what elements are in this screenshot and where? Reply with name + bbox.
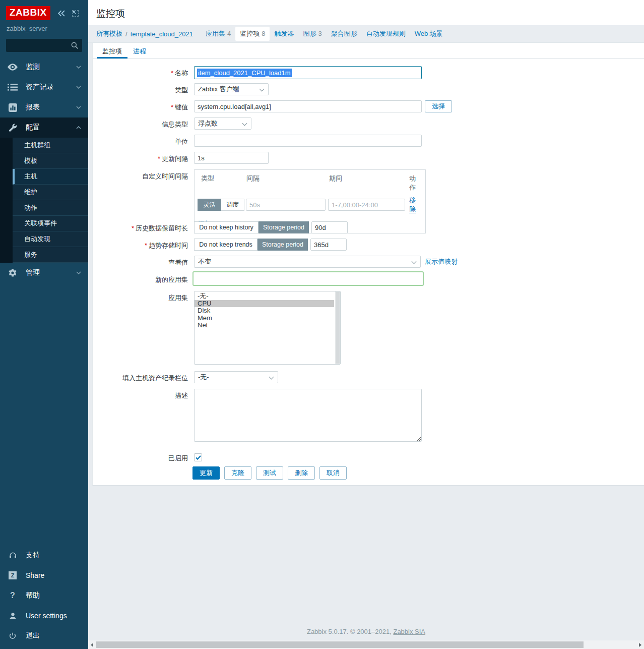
listbox-option[interactable]: -无-	[195, 292, 334, 300]
sidebar-item-logout[interactable]: 退出	[0, 626, 88, 646]
sidebar-subitem-event-correlation[interactable]: 关联项事件	[13, 216, 88, 231]
sidebar-item-support[interactable]: 支持	[0, 545, 88, 565]
field-label	[93, 466, 188, 469]
info-type-select[interactable]: 浮点数	[194, 117, 251, 130]
search-input[interactable]	[6, 42, 71, 49]
sidebar-item-label: 退出	[26, 631, 81, 640]
column-header: 类型	[198, 174, 246, 192]
horizontal-scrollbar[interactable]	[88, 640, 644, 649]
units-input[interactable]	[194, 135, 422, 147]
nav-items[interactable]: 监控项8	[235, 27, 270, 41]
history-storage-period-button[interactable]: Storage period	[259, 221, 309, 233]
form-row-units: 单位	[93, 135, 644, 147]
sidebar-header: ZABBIX	[0, 0, 88, 20]
enabled-checkbox[interactable]	[194, 453, 202, 461]
breadcrumb-template-link[interactable]: template_cloud_2021	[131, 30, 193, 38]
trends-off-button[interactable]: Do not keep trends	[194, 239, 257, 251]
show-value-select[interactable]: 不变	[194, 256, 421, 268]
scrollbar-thumb[interactable]	[96, 641, 584, 648]
sidebar-item-share[interactable]: Z Share	[0, 565, 88, 585]
sidebar-item-reports[interactable]: 报表	[0, 97, 88, 117]
scroll-left-arrow[interactable]	[91, 643, 93, 647]
field-label: 新的应用集	[93, 271, 188, 284]
trends-storage-period-button[interactable]: Storage period	[257, 239, 308, 251]
listbox-option[interactable]: Net	[195, 322, 334, 329]
scroll-right-arrow[interactable]	[639, 643, 641, 647]
column-header: 期间	[328, 174, 407, 192]
name-input[interactable]: item_cloud_2021_CPU_load1m	[194, 66, 422, 79]
update-button[interactable]: 更新	[192, 466, 220, 480]
nav-applications[interactable]: 应用集4	[201, 27, 235, 41]
breadcrumb-all-templates-link[interactable]: 所有模板	[96, 29, 122, 38]
listbox-scrollbar-thumb[interactable]	[336, 292, 340, 364]
sidebar-item-label: 配置	[26, 123, 76, 132]
cancel-button[interactable]: 取消	[319, 466, 347, 480]
show-value-mappings-link[interactable]: 展示值映射	[425, 257, 458, 266]
interval-remove-link[interactable]: 移除	[409, 196, 416, 213]
sidebar-subitem-maintenance[interactable]: 维护	[13, 185, 88, 200]
interval-period-input[interactable]	[328, 199, 405, 211]
update-interval-input[interactable]	[194, 152, 269, 164]
history-period-input[interactable]	[311, 221, 348, 233]
listbox-scrollbar[interactable]	[335, 291, 340, 364]
clone-button[interactable]: 克隆	[224, 466, 251, 480]
interval-type-scheduling-button[interactable]: 调度	[221, 199, 244, 211]
collapse-sidebar-icon[interactable]	[57, 10, 66, 17]
form-actions: 更新 克隆 测试 删除 取消	[93, 466, 644, 480]
type-select[interactable]: Zabbix 客户端	[194, 83, 269, 95]
sidebar-item-inventory[interactable]: 资产记录	[0, 77, 88, 97]
form-row-description: 描述	[93, 389, 644, 442]
nav-discovery-rules[interactable]: 自动发现规则	[362, 27, 410, 41]
footer-zabbix-sia-link[interactable]: Zabbix SIA	[393, 628, 425, 635]
sidebar-item-label: User settings	[26, 612, 81, 620]
field-label: 类型	[93, 83, 188, 95]
key-select-button[interactable]: 选择	[425, 100, 452, 112]
nav-graphs[interactable]: 图形3	[298, 27, 326, 41]
search-icon[interactable]	[71, 41, 82, 49]
new-application-input[interactable]	[195, 273, 421, 284]
listbox-option-selected[interactable]: CPU	[195, 300, 334, 308]
sidebar-subitem-discovery[interactable]: 自动发现	[13, 231, 88, 247]
tab-preprocessing[interactable]: 进程	[127, 43, 152, 58]
field-label: 信息类型	[93, 117, 188, 129]
sidebar-item-help[interactable]: ? 帮助	[0, 585, 88, 606]
sidebar-subitem-services[interactable]: 服务	[13, 247, 88, 263]
user-icon	[7, 612, 18, 620]
required-marker: *	[171, 69, 173, 77]
nav-triggers[interactable]: 触发器	[270, 27, 298, 41]
listbox-option[interactable]: Mem	[195, 315, 334, 322]
sidebar-subitem-hosts[interactable]: 主机	[13, 169, 88, 185]
field-label: *更新间隔	[93, 152, 188, 163]
inventory-link-select[interactable]: -无-	[194, 371, 278, 383]
nav-web-scenarios[interactable]: Web 场景	[410, 27, 447, 41]
key-input[interactable]	[194, 100, 422, 112]
history-off-button[interactable]: Do not keep history	[194, 221, 259, 233]
sidebar-subitem-actions[interactable]: 动作	[13, 200, 88, 216]
sidebar-item-label: 资产记录	[26, 83, 76, 92]
interval-type-flexible-button[interactable]: 灵活	[198, 199, 221, 211]
chevron-down-icon	[76, 106, 81, 109]
power-icon	[7, 632, 18, 640]
trends-period-input[interactable]	[310, 239, 347, 251]
interval-delay-input[interactable]	[246, 199, 326, 211]
expand-sidebar-icon[interactable]	[72, 10, 79, 17]
form-row-applications: 应用集 -无- CPU Disk Mem Net	[93, 291, 644, 365]
nav-screens[interactable]: 聚合图形	[327, 27, 362, 41]
description-textarea[interactable]	[194, 389, 422, 442]
sidebar-item-configuration[interactable]: 配置	[0, 117, 88, 138]
sidebar-subitem-templates[interactable]: 模板	[13, 153, 88, 169]
required-marker: *	[171, 103, 173, 111]
sidebar-item-administration[interactable]: 管理	[0, 263, 88, 283]
sidebar-item-monitoring[interactable]: 监测	[0, 57, 88, 77]
field-label: 自定义时间间隔	[93, 169, 188, 181]
tab-item[interactable]: 监控项	[97, 43, 127, 58]
form-row-history: *历史数据保留时长 Do not keep history Storage pe…	[93, 221, 644, 233]
sidebar-item-user-settings[interactable]: User settings	[0, 606, 88, 626]
test-button[interactable]: 测试	[256, 466, 283, 480]
listbox-option[interactable]: Disk	[195, 307, 334, 315]
sidebar-subitem-host-groups[interactable]: 主机群组	[13, 138, 88, 153]
form-row-update-interval: *更新间隔	[93, 152, 644, 164]
field-label: 单位	[93, 135, 188, 146]
delete-button[interactable]: 删除	[288, 466, 315, 480]
zabbix-logo[interactable]: ZABBIX	[6, 6, 50, 20]
